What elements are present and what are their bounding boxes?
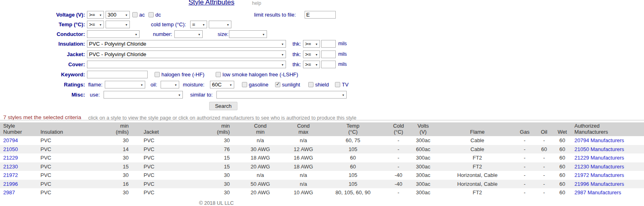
jacket-select[interactable]: PVC - Polyvinyl Chloride▼ bbox=[87, 50, 286, 58]
keyword-label: Keyword: bbox=[0, 71, 85, 78]
use-select[interactable]: ▼ bbox=[104, 91, 183, 99]
style-link[interactable]: 21050 bbox=[3, 146, 18, 152]
shield-checkbox[interactable] bbox=[308, 82, 314, 87]
cover-thk-op-select[interactable]: >=▼ bbox=[303, 61, 320, 68]
cell-style: 21972 bbox=[0, 171, 40, 180]
style-link[interactable]: 20794 bbox=[3, 137, 18, 143]
cell-gas: - bbox=[517, 171, 532, 180]
lshf-checkbox[interactable] bbox=[216, 72, 221, 77]
oil-label: oil: bbox=[150, 81, 157, 88]
cover-thk-input[interactable] bbox=[321, 61, 336, 68]
cover-select[interactable]: ▼ bbox=[87, 61, 286, 68]
col-header-oil: Oil bbox=[532, 122, 556, 136]
cold-temp-op-select[interactable]: =▼ bbox=[190, 21, 207, 28]
cell-min2: 15 bbox=[202, 153, 231, 162]
manufacturers-link[interactable]: 20794 Manufacturers bbox=[574, 137, 624, 143]
dropdown-arrow-icon: ▼ bbox=[281, 53, 284, 57]
cell-temp: 60 bbox=[318, 153, 388, 162]
size-select[interactable]: ▼ bbox=[229, 30, 267, 38]
gasoline-checkbox[interactable] bbox=[242, 82, 247, 87]
style-link[interactable]: 21230 bbox=[3, 164, 18, 170]
halogen-free-checkbox[interactable] bbox=[155, 72, 160, 77]
temp-op-select[interactable]: >=▼ bbox=[87, 21, 104, 28]
ac-checkbox[interactable] bbox=[132, 12, 138, 17]
results-divider bbox=[0, 120, 644, 120]
search-button[interactable]: Search bbox=[209, 102, 237, 110]
cell-min2: 30 bbox=[202, 180, 231, 189]
cell-cold: - bbox=[388, 162, 409, 171]
use-label: use: bbox=[90, 91, 100, 99]
dropdown-arrow-icon: ▼ bbox=[135, 33, 138, 36]
cell-gas: - bbox=[517, 180, 532, 189]
cell-flame: FT2 bbox=[438, 188, 517, 197]
jacket-thk-input[interactable] bbox=[321, 50, 336, 58]
table-row: 20794PVC30PVC30n/an/a60, 75-300acCable--… bbox=[0, 136, 644, 145]
cell-oil: - bbox=[532, 162, 556, 171]
style-link[interactable]: 2987 bbox=[3, 189, 15, 195]
insulation-thk-label: thk: bbox=[292, 40, 301, 48]
cell-manufacturers: 21996 Manufacturers bbox=[569, 180, 644, 189]
flame-select[interactable]: ▼ bbox=[105, 81, 145, 88]
cell-temp: 105 bbox=[318, 145, 388, 154]
similar-to-select[interactable]: ▼ bbox=[216, 91, 347, 99]
keyword-input[interactable] bbox=[87, 71, 148, 78]
cell-wet: 60 bbox=[556, 171, 569, 180]
cell-min1: 30 bbox=[101, 136, 130, 145]
jacket-thk-op-select[interactable]: >=▼ bbox=[303, 50, 320, 58]
style-link[interactable]: 21229 bbox=[3, 155, 18, 161]
cell-min2: 76 bbox=[202, 145, 231, 154]
insulation-label: Insulation: bbox=[0, 40, 85, 48]
insulation-select[interactable]: PVC - Polyvinyl Chloride▼ bbox=[87, 40, 286, 48]
halogen-free-label: halogen free (-HF) bbox=[161, 71, 204, 78]
cell-min1: 15 bbox=[101, 162, 130, 171]
flame-label: flame: bbox=[88, 81, 102, 88]
insulation-thk-input[interactable] bbox=[321, 40, 336, 48]
cell-cold: -40 bbox=[388, 171, 409, 180]
cell-insulation: PVC bbox=[40, 136, 101, 145]
dc-label: dc bbox=[155, 11, 161, 19]
style-link[interactable]: 21972 bbox=[3, 172, 18, 178]
conductor-select[interactable]: ▼ bbox=[87, 30, 140, 38]
oil-select[interactable]: ▼ bbox=[161, 81, 179, 88]
cell-volts: 300ac bbox=[409, 162, 438, 171]
style-link[interactable]: 21996 bbox=[3, 181, 18, 187]
dropdown-arrow-icon: ▼ bbox=[281, 63, 284, 67]
cell-style: 20794 bbox=[0, 136, 40, 145]
moisture-label: moisture: bbox=[183, 81, 204, 88]
cell-cond_min: n/a bbox=[231, 136, 289, 145]
cell-insulation: PVC bbox=[40, 171, 101, 180]
number-select[interactable]: ▼ bbox=[174, 30, 203, 38]
voltage-op-select[interactable]: >=▼ bbox=[87, 11, 104, 19]
manufacturers-link[interactable]: 21996 Manufacturers bbox=[574, 181, 624, 187]
dropdown-arrow-icon: ▼ bbox=[315, 53, 318, 57]
voltage-value-select[interactable]: 300▼ bbox=[106, 11, 130, 19]
cell-cond_max: n/a bbox=[289, 171, 318, 180]
limit-results-input[interactable] bbox=[305, 11, 336, 19]
cell-style: 2987 bbox=[0, 188, 40, 197]
cell-manufacturers: 21229 Manufacturers bbox=[569, 153, 644, 162]
manufacturers-link[interactable]: 21050 Manufacturers bbox=[574, 146, 624, 152]
temp-value-select[interactable]: ▼ bbox=[106, 21, 130, 28]
cell-jacket: PVC bbox=[130, 180, 202, 189]
sunlight-checkbox[interactable] bbox=[275, 82, 280, 87]
manufacturers-link[interactable]: 21229 Manufacturers bbox=[574, 155, 624, 161]
jacket-label: Jacket: bbox=[0, 50, 85, 58]
table-row: 21230PVC15PVC1520 AWG18 AWG60-300acFT2--… bbox=[0, 162, 644, 171]
page-title[interactable]: Style Attributes bbox=[189, 0, 234, 6]
tv-checkbox[interactable] bbox=[335, 82, 340, 87]
help-link[interactable]: help bbox=[252, 0, 261, 6]
cover-thk-label: thk: bbox=[292, 61, 301, 68]
table-row: 21229PVC30PVC1518 AWG16 AWG60-300acFT2--… bbox=[0, 153, 644, 162]
manufacturers-link[interactable]: 21230 Manufacturers bbox=[574, 164, 624, 170]
cold-temp-value-select[interactable]: ▼ bbox=[209, 21, 231, 28]
moisture-select[interactable]: 60C▼ bbox=[210, 81, 234, 88]
results-header-row: StyleNumber Insulation min(mils) Jacket … bbox=[0, 122, 644, 136]
dc-checkbox[interactable] bbox=[148, 12, 154, 17]
insulation-thk-op-select[interactable]: >=▼ bbox=[303, 40, 320, 48]
cell-oil: - bbox=[532, 171, 556, 180]
cover-label: Cover: bbox=[0, 61, 85, 68]
manufacturers-link[interactable]: 2987 Manufacturers bbox=[574, 189, 621, 195]
cell-temp: 80, 105, 60, 90 bbox=[318, 188, 388, 197]
manufacturers-link[interactable]: 21972 Manufacturers bbox=[574, 172, 624, 178]
size-label: size: bbox=[218, 30, 229, 38]
